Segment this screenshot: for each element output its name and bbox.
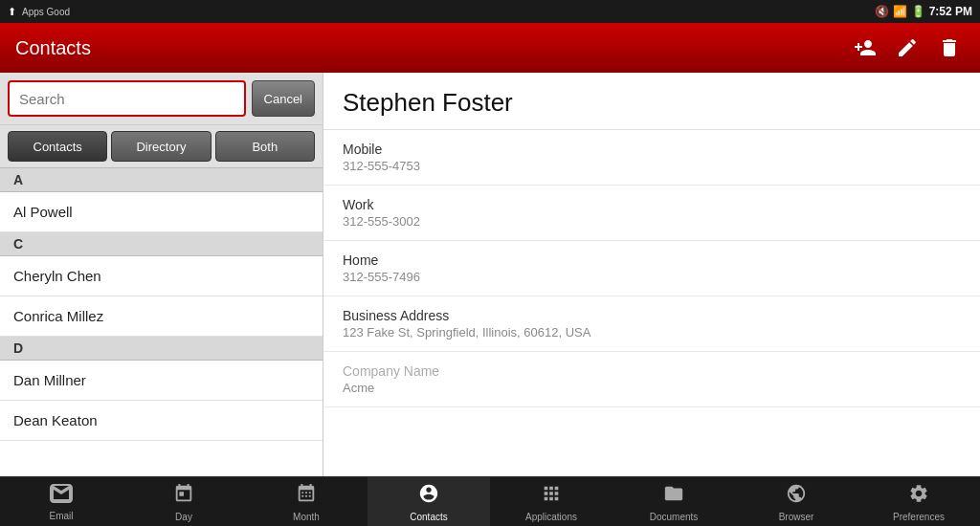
filter-row: Contacts Directory Both [0, 125, 323, 168]
company-value: Acme [343, 381, 961, 395]
main-content: Cancel Contacts Directory Both A Al Powe… [0, 73, 980, 476]
applications-icon [541, 483, 562, 510]
contact-item-al-powell[interactable]: Al Powell [0, 192, 323, 232]
app-bar: Contacts [0, 23, 980, 73]
nav-email[interactable]: Email [0, 477, 122, 526]
status-left: ⬆ Apps Good [8, 6, 70, 18]
bottom-nav: Email Day Month Contacts [0, 476, 980, 526]
preferences-icon [908, 483, 929, 510]
work-label: Work [343, 197, 961, 212]
filter-both-button[interactable]: Both [215, 131, 315, 162]
detail-mobile: Mobile 312-555-4753 [323, 130, 980, 186]
nav-browser[interactable]: Browser [735, 477, 858, 526]
mute-icon: 🔇 [875, 5, 889, 18]
month-icon [296, 483, 317, 510]
day-label: Day [175, 512, 192, 522]
contact-name: Stephen Foster [323, 73, 980, 130]
detail-home: Home 312-555-7496 [323, 241, 980, 296]
company-label: Company Name [343, 363, 961, 379]
filter-directory-button[interactable]: Directory [111, 131, 211, 162]
wifi-icon: 📶 [893, 5, 907, 18]
contacts-label: Contacts [410, 512, 447, 522]
contact-list: A Al Powell C Cheryln Chen Conrica Mille… [0, 168, 323, 476]
email-icon [50, 484, 73, 509]
search-input[interactable] [8, 80, 246, 117]
cancel-button[interactable]: Cancel [252, 80, 315, 117]
detail-company: Company Name Acme [323, 352, 980, 407]
detail-work: Work 312-555-3002 [323, 186, 980, 241]
usb-icon: ⬆ [8, 6, 16, 18]
home-value: 312-555-7496 [343, 270, 961, 284]
left-panel: Cancel Contacts Directory Both A Al Powe… [0, 73, 323, 476]
business-address-label: Business Address [343, 308, 961, 323]
search-bar: Cancel [0, 73, 323, 125]
filter-contacts-button[interactable]: Contacts [8, 131, 107, 162]
right-panel: Stephen Foster Mobile 312-555-4753 Work … [323, 73, 980, 476]
detail-business-address: Business Address 123 Fake St, Springfiel… [323, 296, 980, 352]
edit-button[interactable] [892, 33, 923, 63]
nav-contacts[interactable]: Contacts [368, 477, 490, 526]
section-header-d: D [0, 337, 323, 361]
section-header-a: A [0, 168, 323, 192]
documents-icon [663, 483, 684, 510]
time-display: 7:52 PM [929, 5, 972, 18]
month-label: Month [293, 512, 320, 522]
app-label: Apps Good [22, 7, 70, 17]
nav-applications[interactable]: Applications [490, 477, 612, 526]
contact-item-cheryln-chen[interactable]: Cheryln Chen [0, 256, 323, 296]
nav-month[interactable]: Month [245, 477, 368, 526]
business-address-value: 123 Fake St, Springfield, Illinois, 6061… [343, 325, 961, 340]
browser-label: Browser [779, 512, 814, 522]
status-right: 🔇 📶 🔋 7:52 PM [875, 5, 972, 18]
applications-label: Applications [525, 512, 577, 522]
documents-label: Documents [650, 512, 699, 522]
battery-icon: 🔋 [911, 5, 925, 18]
page-title: Contacts [15, 37, 91, 59]
email-label: Email [49, 511, 73, 521]
nav-day[interactable]: Day [122, 477, 245, 526]
app-bar-actions [850, 33, 965, 63]
contact-item-dean-keaton[interactable]: Dean Keaton [0, 401, 323, 441]
preferences-label: Preferences [893, 512, 945, 522]
add-contact-button[interactable] [850, 33, 880, 63]
contact-item-conrica-millez[interactable]: Conrica Millez [0, 296, 323, 337]
mobile-label: Mobile [343, 142, 961, 157]
nav-preferences[interactable]: Preferences [858, 477, 980, 526]
nav-documents[interactable]: Documents [612, 477, 735, 526]
section-header-c: C [0, 232, 323, 256]
mobile-value: 312-555-4753 [343, 159, 961, 173]
home-label: Home [343, 252, 961, 268]
browser-icon [786, 483, 807, 510]
contacts-icon [417, 483, 440, 510]
day-icon [173, 483, 194, 510]
work-value: 312-555-3002 [343, 214, 961, 229]
contact-item-dan-millner[interactable]: Dan Millner [0, 361, 323, 401]
status-bar: ⬆ Apps Good 🔇 📶 🔋 7:52 PM [0, 0, 980, 23]
delete-button[interactable] [934, 33, 965, 63]
